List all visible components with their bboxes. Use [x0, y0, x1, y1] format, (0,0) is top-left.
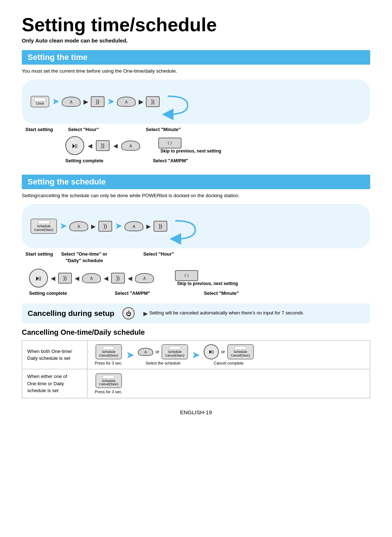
- arrow-sl4: ◀: [128, 275, 132, 282]
- label-setting-complete-2: Setting complete: [29, 290, 67, 296]
- skip-group-2: 《》 Skip to previous, next setting: [175, 270, 238, 286]
- time-bottom-labels: Setting complete Select "AM/PM": [65, 157, 370, 164]
- sound-sb-button-1[interactable]: )): [58, 273, 72, 284]
- table-schedule-button-3[interactable]: ScheduleCancel(3sec): [227, 344, 254, 359]
- sound-button-3[interactable]: )): [96, 140, 110, 151]
- label-select-minute-1: Select "Minute": [146, 127, 181, 132]
- cancel-setup-section: Cancelling during setup ⏻ ▶ Setting will…: [22, 304, 370, 323]
- hat-sb-button-1[interactable]: ∧: [82, 273, 101, 283]
- hat-button-3[interactable]: ∧: [121, 141, 140, 151]
- label-start-setting-1: Start setting: [25, 127, 53, 132]
- arrow-sl1: ◀: [51, 275, 55, 282]
- hat-s-button-2[interactable]: ∧: [124, 221, 143, 231]
- label-skip-1: Skip to previous, next setting: [160, 149, 221, 154]
- table-item-hat-or: ∧ or ScheduleCancel(3sec) Select the sch…: [138, 344, 188, 365]
- table-item-playpause-or: ⏯ or ScheduleCancel(3sec) Cancel complet…: [204, 344, 254, 365]
- sound-button-1[interactable]: )): [91, 96, 105, 107]
- hat-sb2: ∧: [135, 273, 154, 283]
- page-footer: ENGLISH-19: [22, 409, 370, 415]
- label-select-hour-2: Select "Hour": [143, 251, 174, 257]
- hat-up-3: ∧: [121, 141, 140, 151]
- schedule-button-group: ScheduleCancel(3sec): [30, 219, 57, 234]
- schedule-bottom-labels: Setting complete Select "AM/PM" Select "…: [29, 290, 370, 296]
- time-flow-block: Clock ➤ ∧ ▶ )) ➤ ∧ ▶ )): [22, 80, 370, 133]
- sound-s1: )): [98, 221, 112, 232]
- schedule-flow-block: ScheduleCancel(3sec) ➤ ∧ ▶ )) ➤ ∧ ▶ )): [22, 204, 370, 264]
- either-flow: ScheduleCancel(3sec) Press for 3 sec.: [95, 373, 363, 394]
- arrow-s3: ➤: [115, 221, 122, 231]
- table-label-cancel-complete: Cancel complete: [214, 361, 244, 365]
- schedule-button[interactable]: ScheduleCancel(3sec): [30, 219, 57, 234]
- arrow-sl3: ◀: [104, 275, 108, 282]
- section-schedule-header: Setting the schedule: [22, 175, 370, 189]
- arrow-s4: ▶: [146, 223, 151, 230]
- label-select-ampm-2: Select "AM/PM": [115, 290, 150, 296]
- cancel-schedule-header: Cancelling One-time/Daily schedule: [22, 328, 370, 337]
- hat-s-button-1[interactable]: ∧: [69, 221, 88, 231]
- page-title: Setting time/schedule: [22, 15, 370, 35]
- section-time: Setting the time You must set the curren…: [22, 50, 370, 164]
- table-item-schedule-either: ScheduleCancel(3sec) Press for 3 sec.: [95, 373, 122, 394]
- cancel-setup-label: Cancelling during setup: [28, 309, 114, 318]
- sound-s-button-2[interactable]: )): [154, 221, 167, 232]
- sound-left-1: )): [96, 140, 110, 151]
- hat-s1: ∧: [69, 221, 88, 231]
- schedule-top-labels: Start setting Select "One-time" or "Dail…: [25, 251, 370, 264]
- skip-button-1[interactable]: 《》: [158, 138, 181, 149]
- label-start-setting-2: Start setting: [25, 251, 53, 257]
- sound-button-2[interactable]: )): [146, 96, 160, 107]
- table-playpause[interactable]: ⏯: [204, 344, 219, 359]
- table-row-either: When either one ofOne-time or Dailysched…: [22, 369, 370, 398]
- table-schedule-button-1[interactable]: ScheduleCancel(3sec): [95, 344, 122, 359]
- hat-button-2[interactable]: ∧: [117, 97, 136, 107]
- skip-button-2[interactable]: 《》: [175, 270, 198, 281]
- table-label-select-schedule: Select the schedule: [146, 361, 180, 365]
- sound-s-button-1[interactable]: )): [98, 221, 112, 232]
- hat-sb1: ∧: [82, 273, 101, 283]
- label-select-ampm-1: Select "AM/PM": [153, 158, 188, 163]
- table-hat-1[interactable]: ∧: [138, 348, 153, 356]
- section-time-desc: You must set the current time before usi…: [22, 68, 370, 74]
- sound-right-2: )): [146, 96, 160, 107]
- arrow-left-1: ◀: [88, 142, 92, 149]
- table-schedule-button-2[interactable]: ScheduleCancel(3sec): [162, 344, 188, 359]
- section-schedule: Setting the schedule Setting/cancelling …: [22, 175, 370, 296]
- arrow2: ▶: [83, 98, 88, 105]
- hat-button-1[interactable]: ∧: [62, 97, 81, 107]
- label-setting-complete-1: Setting complete: [65, 158, 103, 163]
- table-schedule-either[interactable]: ScheduleCancel(3sec): [95, 373, 122, 388]
- section-time-header: Setting the time: [22, 50, 370, 65]
- clock-button[interactable]: Clock: [30, 96, 49, 107]
- sound-sb1: )): [58, 273, 72, 284]
- hat-sb-button-2[interactable]: ∧: [135, 273, 154, 283]
- either-content: ScheduleCancel(3sec) Press for 3 sec.: [87, 369, 370, 398]
- cancel-setup-desc: Setting will be canceled automatically w…: [149, 310, 303, 316]
- arrow3: ➤: [107, 97, 114, 106]
- sound-s2: )): [154, 221, 167, 232]
- arrow-left-2: ◀: [113, 142, 118, 149]
- time-bottom-row: ⏯ ◀ )) ◀ ∧ 《》 Skip to previous, next set…: [65, 136, 370, 155]
- playpause-button-1[interactable]: ⏯: [65, 136, 84, 155]
- footer-text: ENGLISH-19: [180, 409, 212, 415]
- playpause-button-2[interactable]: ⏯: [29, 269, 48, 288]
- both-content: ScheduleCancel(3sec) Press for 3 sec. ➤ …: [87, 341, 370, 369]
- power-button[interactable]: ⏻: [122, 307, 135, 320]
- table-label-press-either: Press for 3 sec.: [95, 390, 122, 394]
- arrow1: ➤: [52, 97, 59, 106]
- table-arrow-1: ➤: [126, 349, 134, 361]
- table-label-press: Press for 3 sec.: [95, 361, 122, 365]
- curve-arrow-1: [164, 85, 193, 118]
- either-label: When either one ofOne-time or Dailysched…: [22, 369, 87, 398]
- sound-sb-button-2[interactable]: )): [111, 273, 125, 284]
- cancel-schedule-section: Cancelling One-time/Daily schedule When …: [22, 328, 370, 398]
- playpause-1: ⏯: [65, 136, 84, 155]
- page-subtitle: Only Auto clean mode can be scheduled.: [22, 37, 370, 44]
- hat-s2: ∧: [124, 221, 143, 231]
- table-row-both: When both One-time/Daily schedule is set…: [22, 341, 370, 369]
- table-or-text: or: [155, 349, 159, 354]
- arrow-sl2: ◀: [75, 275, 79, 282]
- schedule-bottom-row: ⏯ ◀ )) ◀ ∧ ◀ )) ◀ ∧ 《》 Skip to previous,…: [29, 269, 370, 288]
- arrow4: ▶: [139, 98, 143, 105]
- label-select-hour-1: Select "Hour": [68, 127, 99, 132]
- playpause-2: ⏯: [29, 269, 48, 288]
